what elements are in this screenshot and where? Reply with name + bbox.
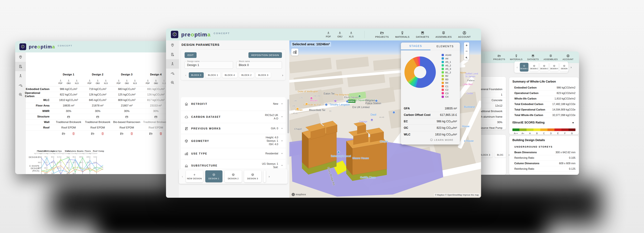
design-name-field[interactable]: Design name Design 1	[184, 61, 233, 69]
open-design-button[interactable]	[62, 132, 65, 136]
nav-account[interactable]: ACCOUNT	[562, 54, 574, 61]
download-obj-button[interactable]: OBJ	[125, 79, 129, 84]
design-tab-design-1[interactable]: DESIGN 1	[520, 63, 528, 72]
download-xls-button[interactable]: XLS	[162, 79, 166, 84]
nav-projects[interactable]: PROJECTS	[493, 54, 505, 61]
delete-design-button[interactable]	[159, 132, 162, 136]
designs-next-button[interactable]: ›	[268, 175, 270, 178]
download-xls-button[interactable]: XLS	[75, 79, 79, 84]
legend-item: C2	[442, 88, 451, 92]
design-tab-design-3[interactable]: DESIGN 3	[244, 170, 261, 182]
block-name-field[interactable]: Block name Block 0	[236, 61, 282, 69]
download-pdf-button[interactable]: PDF	[58, 79, 62, 84]
block-chip-block-4[interactable]: BLOCK 4	[222, 72, 237, 78]
map-canvas[interactable]: Duke of WellingtonEaton TerThe Belgravia…	[289, 41, 481, 198]
svg-text:50: 50	[72, 172, 74, 174]
scrollbar-thumb[interactable]	[288, 99, 289, 133]
nav-datasets[interactable]: DATASETS	[527, 54, 539, 61]
accordion-previous-works[interactable]: PREVIOUS WORKSGIA: 0	[181, 123, 286, 134]
rail-item-location[interactable]	[166, 41, 179, 50]
rail-item-add-building[interactable]	[15, 62, 26, 71]
design-tab-design-4[interactable]: DESIGN 4	[550, 63, 558, 72]
design-tab-label: DESIGN 2	[530, 68, 538, 70]
design-tab-partial[interactable]	[264, 170, 266, 182]
accordion-value: New	[273, 102, 278, 106]
download-pdf-button[interactable]: PDF	[326, 31, 331, 38]
design-tab-design-2[interactable]: DESIGN 2	[530, 63, 538, 72]
accordion-carbon-dataset[interactable]: CARBON DATASETRICSv2 UK A-D	[181, 111, 286, 123]
overlay-tab-elements[interactable]: ELEMENTS	[430, 43, 460, 50]
building-view-button[interactable]	[291, 49, 298, 56]
open-design-button[interactable]	[91, 132, 94, 136]
designs-prev-button[interactable]: ‹	[181, 175, 184, 178]
nav-account[interactable]: ACCOUNT	[458, 31, 471, 38]
mapbox-logo[interactable]: ◗mapbox	[292, 193, 306, 196]
edit-button[interactable]: EDIT	[184, 52, 196, 58]
tabs-prev-button[interactable]: ‹	[516, 65, 518, 69]
stat-label: Carbon Offset Cost	[404, 113, 430, 117]
summary-label: Total Embodied Carbon	[514, 103, 543, 106]
design-tab-new-design[interactable]: NEW DESIGN	[186, 170, 203, 182]
download-obj-button[interactable]: OBJ	[337, 31, 342, 38]
download-xls-button[interactable]: XLS	[104, 79, 108, 84]
download-pdf-button[interactable]: PDF	[146, 79, 150, 84]
open-design-button[interactable]	[149, 132, 152, 136]
rail-item-inspect[interactable]	[166, 78, 179, 87]
table-cell	[54, 114, 83, 119]
download-pdf-button[interactable]: PDF	[88, 79, 92, 84]
summary-title: Summary of Whole-Life Carbon	[512, 80, 576, 83]
design-tab-design-3[interactable]: DESIGN 3	[540, 63, 548, 72]
blocks-prev-button[interactable]: ‹	[184, 73, 187, 77]
nav-materials[interactable]: MATERIALS	[510, 54, 522, 61]
scors-grade-label: A	[526, 132, 534, 135]
nav-materials[interactable]: MATERIALS	[395, 31, 410, 38]
compass-button[interactable]: ▲▼	[464, 54, 469, 60]
download-obj-button[interactable]: OBJ	[67, 79, 71, 84]
block-chip-block-3[interactable]: BLOCK 3	[256, 72, 271, 78]
prevworks-icon	[184, 127, 188, 131]
map-label: e House	[464, 139, 474, 142]
rail-item-analysis[interactable]	[15, 81, 26, 90]
download-obj-button[interactable]: OBJ	[154, 79, 158, 84]
accordion-geometry[interactable]: GEOMETRYHeight: 4.0 Storeys: 1 ISH: 4.0	[181, 134, 286, 148]
delete-design-button[interactable]	[72, 132, 75, 136]
download-xls-button[interactable]: XLS	[133, 79, 137, 84]
tabs-next-button[interactable]: ›	[570, 65, 572, 69]
delete-design-button[interactable]	[130, 132, 134, 136]
block-chip[interactable]: BLOC	[495, 152, 506, 158]
block-chip-block-1[interactable]: BLOCK 1	[206, 72, 220, 78]
blocks-next-button[interactable]: ›	[508, 153, 510, 157]
map-attribution[interactable]: © Mapbox © OpenStreetMap Improve this ma…	[434, 193, 480, 196]
reposition-design-button[interactable]: REPOSITION DESIGN	[248, 52, 282, 58]
blocks-next-button[interactable]: ›	[282, 73, 284, 77]
zoom-in-button[interactable]: +	[464, 42, 469, 48]
overlay-tab-stages[interactable]: STAGES	[401, 43, 430, 50]
rail-item-add-building[interactable]	[166, 50, 179, 59]
stages-donut-chart[interactable]	[404, 57, 436, 88]
nav-projects[interactable]: PROJECTS	[375, 31, 389, 38]
block-chip-block-2[interactable]: BLOCK 2	[239, 72, 254, 78]
block-chip-block-0[interactable]: BLOCK 0	[189, 72, 204, 78]
delete-design-button[interactable]	[101, 132, 104, 136]
legend-label: A5_2	[445, 64, 451, 67]
design-tab-design-1[interactable]: DESIGN 1	[205, 170, 222, 182]
rail-item-inspect[interactable]	[15, 90, 26, 99]
learn-more-link[interactable]: LEARN MORE	[430, 138, 454, 141]
design-tab-design[interactable]: DESIGN	[560, 63, 568, 72]
rail-item-analysis[interactable]	[166, 69, 179, 78]
download-icon	[134, 79, 136, 82]
download-pdf-button[interactable]: PDF	[117, 79, 121, 84]
open-design-button[interactable]	[120, 132, 124, 136]
design-tab-design-2[interactable]: DESIGN 2	[225, 170, 242, 182]
download-xls-button[interactable]: XLS	[349, 31, 354, 38]
rail-item-design-tools[interactable]	[15, 71, 26, 81]
accordion-retrofit[interactable]: RETROFITNew	[181, 97, 286, 111]
accordion-use-type[interactable]: USE TYPEResidential	[181, 148, 286, 159]
download-obj-button[interactable]: OBJ	[96, 79, 100, 84]
rail-item-location[interactable]	[15, 52, 26, 62]
nav-datasets[interactable]: DATASETS	[416, 31, 429, 38]
zoom-out-button[interactable]: −	[464, 48, 469, 54]
nav-assemblies[interactable]: ASSEMBLIES	[436, 31, 452, 38]
nav-assemblies[interactable]: ASSEMBLIES	[544, 54, 558, 61]
rail-item-design-tools[interactable]	[166, 59, 179, 69]
